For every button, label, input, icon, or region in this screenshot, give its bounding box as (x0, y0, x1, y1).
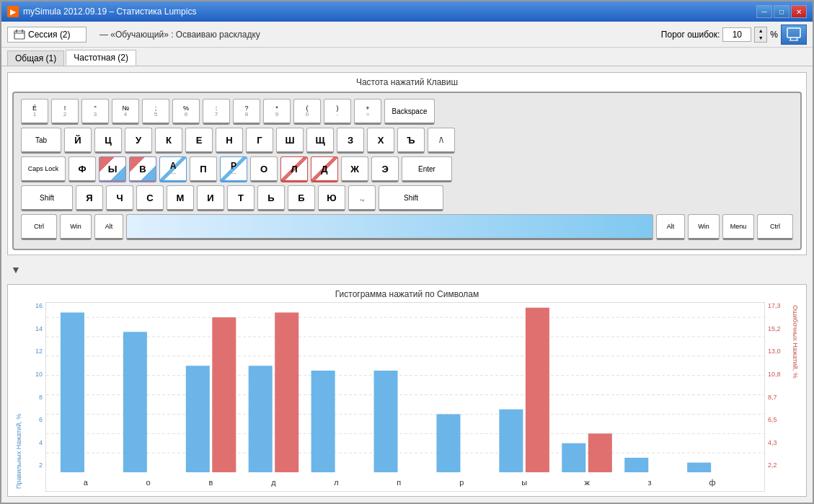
svg-rect-18 (123, 332, 147, 472)
key-7[interactable]: ?8 (233, 99, 260, 125)
key-ts[interactable]: Ц (94, 128, 122, 154)
key-2[interactable]: "3 (81, 99, 109, 125)
svg-rect-0 (14, 31, 25, 39)
key-3[interactable]: №4 (112, 99, 139, 125)
key-alt-left[interactable]: Alt (94, 214, 123, 240)
key-soft[interactable]: Ь (257, 185, 285, 211)
key-1[interactable]: !2 (51, 99, 79, 125)
key-l[interactable]: Л (280, 156, 308, 182)
keyboard: Ё1 !2 "3 №4 ;5 %6 :7 ?8 *9 (0 )- += Back… (12, 92, 802, 250)
key-i[interactable]: И (197, 185, 224, 211)
key-ch[interactable]: Ч (106, 185, 133, 211)
svg-rect-36 (588, 433, 612, 472)
key-9[interactable]: (0 (293, 99, 321, 125)
key-t[interactable]: Т (227, 185, 255, 211)
key-row-2: Tab Й Ц У К Е Н Г Ш Щ З Х Ъ /\ (21, 128, 793, 154)
svg-text:л: л (334, 478, 338, 487)
session-label: Сессия (2) (28, 30, 71, 40)
key-ctrl-right[interactable]: Ctrl (757, 214, 793, 240)
key-h[interactable]: Х (367, 128, 394, 154)
keyboard-section-title: Частота нажатий Клавиш (12, 77, 802, 87)
monitor-button[interactable] (781, 25, 807, 45)
close-button[interactable]: ✕ (791, 5, 807, 18)
key-g[interactable]: Г (246, 128, 273, 154)
key-hard[interactable]: Ъ (397, 128, 425, 154)
divider-arrow[interactable]: ▼ (7, 261, 25, 278)
session-button[interactable]: Сессия (2) (7, 27, 87, 43)
key-slash[interactable]: /\ (428, 128, 455, 154)
key-row-4: Shift Я Ч С М И Т Ь Б Ю ., Shift (21, 185, 793, 211)
keyboard-section: Частота нажатий Клавиш Ё1 !2 "3 №4 ;5 %6… (7, 72, 807, 255)
key-win-right[interactable]: Win (688, 214, 720, 240)
error-unit: % (770, 30, 778, 40)
key-backspace[interactable]: Backspace (384, 99, 435, 125)
key-sch[interactable]: Щ (306, 128, 334, 154)
error-threshold-input[interactable] (722, 27, 751, 42)
key-capslock[interactable]: Caps Lock (21, 156, 66, 182)
key-0[interactable]: )- (324, 99, 351, 125)
key-j[interactable]: Й (64, 128, 92, 154)
key-win-left[interactable]: Win (60, 214, 92, 240)
key-u[interactable]: У (125, 128, 152, 154)
svg-text:в: в (209, 478, 213, 487)
key-yi[interactable]: Ы (99, 156, 126, 182)
chart-area: Правильных Нажатий, % 16 14 12 10 8 6 4 … (12, 302, 802, 492)
title-bar: ▶ mySimula 2012.09.19 – Статистика Lumpi… (1, 1, 813, 22)
key-z[interactable]: З (337, 128, 364, 154)
key-v[interactable]: В (129, 156, 156, 182)
key-menu[interactable]: Menu (722, 214, 754, 240)
key-p[interactable]: П (190, 156, 217, 182)
y-axis-left: 16 14 12 10 8 6 4 2 (24, 302, 45, 492)
error-threshold-group: Порог ошибок: ▲ ▼ % (661, 25, 807, 45)
spinner-up[interactable]: ▲ (755, 27, 766, 35)
key-zh[interactable]: Ж (341, 156, 368, 182)
maximize-button[interactable]: □ (774, 5, 789, 18)
tab-general[interactable]: Общая (1) (7, 50, 64, 66)
key-8[interactable]: *9 (263, 99, 291, 125)
svg-text:р: р (459, 478, 464, 487)
key-s[interactable]: С (136, 185, 164, 211)
key-b[interactable]: Б (288, 185, 315, 211)
key-sh[interactable]: Ш (276, 128, 304, 154)
calendar-icon (14, 30, 25, 40)
key-n[interactable]: Н (216, 128, 243, 154)
key-ye[interactable]: Е (185, 128, 213, 154)
monitor-icon (786, 27, 802, 42)
svg-rect-40 (687, 463, 711, 472)
error-threshold-label: Порог ошибок: (661, 30, 720, 40)
key-k[interactable]: К (155, 128, 182, 154)
key-r[interactable]: Р— (220, 156, 247, 182)
key-enter[interactable]: Enter (402, 156, 452, 182)
key-6[interactable]: :7 (203, 99, 230, 125)
key-tab[interactable]: Tab (21, 128, 61, 154)
key-ya[interactable]: Я (76, 185, 103, 211)
svg-text:ж: ж (584, 478, 590, 487)
key-d[interactable]: Д (311, 156, 338, 182)
key-yo[interactable]: Ё1 (21, 99, 48, 125)
tab-frequency[interactable]: Частотная (2) (66, 50, 136, 66)
y-axis-right: 17,3 15,2 13,0 10,8 8,7 6,5 4,3 2,2 (765, 302, 790, 492)
minimize-button[interactable]: ─ (756, 5, 772, 18)
key-yu[interactable]: Ю (318, 185, 345, 211)
key-shift-right[interactable]: Shift (379, 185, 443, 211)
app-icon: ▶ (7, 6, 19, 17)
key-shift-left[interactable]: Shift (21, 185, 73, 211)
tab-bar: Общая (1) Частотная (2) (1, 48, 813, 66)
error-spinner: ▲ ▼ (754, 27, 767, 43)
key-alt-right[interactable]: Alt (656, 214, 685, 240)
main-window: ▶ mySimula 2012.09.19 – Статистика Lumpi… (0, 0, 814, 504)
key-f[interactable]: Ф (68, 156, 96, 182)
key-ctrl-left[interactable]: Ctrl (21, 214, 57, 240)
key-space[interactable] (126, 214, 653, 240)
key-dot[interactable]: ., (348, 185, 376, 211)
window-title: mySimula 2012.09.19 – Статистика Lumpics (23, 6, 196, 17)
key-o[interactable]: О (250, 156, 278, 182)
key-m[interactable]: М (167, 185, 194, 211)
key-dash[interactable]: += (354, 99, 381, 125)
key-5[interactable]: %6 (172, 99, 200, 125)
key-a[interactable]: А— (159, 156, 187, 182)
spinner-down[interactable]: ▼ (755, 35, 766, 42)
key-e[interactable]: Э (371, 156, 399, 182)
window-controls: ─ □ ✕ (756, 5, 807, 18)
key-4[interactable]: ;5 (142, 99, 169, 125)
